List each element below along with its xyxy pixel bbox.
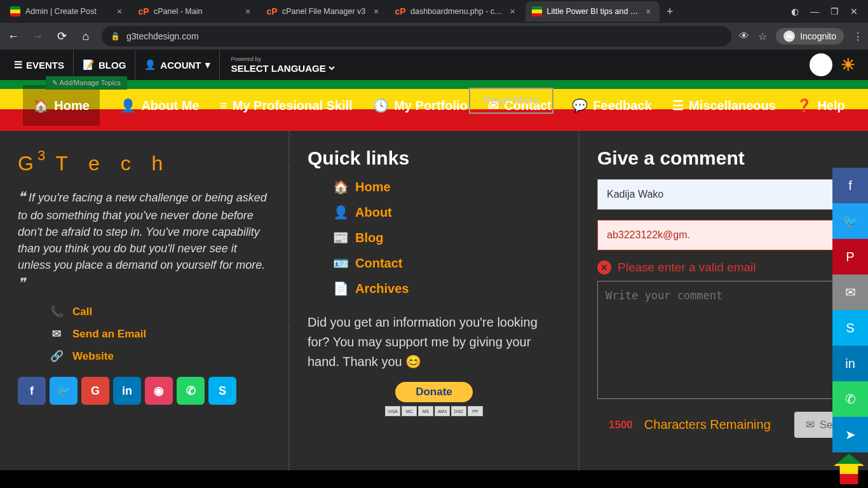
tab-label: dashboardmenu.php - c… (410, 7, 503, 16)
quote-open-icon: ❝ (18, 189, 25, 205)
new-tab-button[interactable]: + (661, 3, 679, 20)
url-text: g3techdesign.com (126, 31, 199, 41)
name-input[interactable] (597, 179, 850, 210)
twitter-button[interactable]: 🐦 (50, 377, 78, 405)
phone-icon: 📞 (50, 305, 64, 318)
browser-tab[interactable]: Admin | Create Post × (4, 1, 131, 22)
powered-by-label: Powered by (229, 56, 262, 62)
ql-home[interactable]: 🏠Home (333, 179, 560, 194)
nav-help[interactable]: ❓ Help (796, 98, 844, 113)
ql-about[interactable]: 👤About (333, 205, 560, 220)
browser-tab-active[interactable]: Little Power BI tips and … × (526, 1, 660, 22)
avatar[interactable] (810, 53, 832, 76)
close-window-icon[interactable]: ✕ (850, 6, 858, 17)
envelope-icon: ✉ (50, 327, 64, 341)
lock-icon: 🔒 (111, 32, 120, 41)
call-link[interactable]: 📞Call (50, 305, 271, 318)
account-menu[interactable]: 👤ACOUNT▾ (135, 50, 219, 80)
instagram-button[interactable]: ◉ (145, 377, 173, 405)
favicon-icon: cP (139, 6, 149, 17)
donate-button[interactable]: Donate (395, 382, 473, 402)
nav-misc[interactable]: ☰ Miscellaneous (672, 98, 776, 113)
error-x-icon: ✕ (597, 261, 611, 274)
browser-tab[interactable]: cP cPanel - Main × (132, 1, 259, 22)
brand-logo-text: G3 T e c h (18, 147, 271, 175)
skype-button[interactable]: S (208, 377, 236, 405)
nav-about[interactable]: 👤 About Me (120, 98, 199, 113)
card-maestro-icon: MS (418, 406, 433, 416)
email-input[interactable] (597, 220, 850, 250)
payment-cards: VISA MC MS AMX DSC PP (308, 406, 560, 416)
ql-archives[interactable]: 📄Archives (333, 281, 560, 296)
home-icon: 🏠 (333, 179, 349, 194)
address-bar[interactable]: 🔒 g3techdesign.com (102, 26, 731, 46)
tab-label: cPanel File Manager v3 (282, 7, 366, 16)
close-tab-icon[interactable]: × (114, 6, 125, 17)
back-button[interactable]: ← (5, 28, 22, 44)
ql-contact[interactable]: 🪪Contact (333, 255, 560, 271)
home-button[interactable]: ⌂ (78, 28, 94, 44)
share-pinterest[interactable]: P (832, 239, 868, 274)
blog-link[interactable]: 📝BLOG (74, 50, 135, 80)
email-error: ✕ Please enter a valid email (597, 261, 850, 274)
share-linkedin[interactable]: in (832, 346, 868, 381)
char-count: 1500 (609, 419, 633, 431)
google-button[interactable]: G (81, 377, 109, 405)
user-icon: 👤 (333, 205, 349, 220)
card-disc-icon: DSC (451, 406, 466, 416)
close-tab-icon[interactable]: × (243, 6, 253, 17)
nav-home[interactable]: 🏠 Home (23, 85, 100, 126)
linkedin-button[interactable]: in (113, 377, 141, 405)
browser-tab[interactable]: cP cPanel File Manager v3 × (261, 1, 388, 22)
ql-blog[interactable]: 📰Blog (333, 230, 560, 245)
share-email[interactable]: ✉ (832, 274, 868, 310)
minimize-icon[interactable]: — (810, 6, 819, 17)
tab-label: Little Power BI tips and … (547, 7, 639, 16)
maximize-icon[interactable]: ❐ (831, 6, 839, 17)
favicon-icon: cP (267, 6, 277, 17)
send-icon: ✉ (806, 418, 815, 431)
nav-portfolio[interactable]: 🕓 My Portfolio (373, 98, 468, 113)
file-icon: 📄 (333, 281, 349, 296)
theme-sun-icon[interactable]: ☀ (837, 55, 858, 75)
website-link[interactable]: 🔗Website (50, 349, 271, 363)
whatsapp-button[interactable]: ✆ (177, 377, 205, 405)
support-text: Did you get an information you're lookin… (308, 313, 560, 372)
language-select[interactable]: SELECT LANGUAGE (229, 62, 337, 74)
social-row: f 🐦 G in ◉ ✆ S (18, 377, 271, 405)
close-tab-icon[interactable]: × (508, 6, 518, 17)
nav-feedback[interactable]: 💬 Feedback (572, 98, 651, 113)
forward-button: → (29, 28, 46, 44)
close-tab-icon[interactable]: × (371, 6, 381, 17)
browser-tab[interactable]: cP dashboardmenu.php - c… × (389, 1, 524, 22)
comment-textarea[interactable] (597, 281, 850, 399)
window-controls: ◐ — ❐ ✕ (791, 6, 864, 17)
menu-icon[interactable]: ⋮ (853, 30, 863, 43)
events-link[interactable]: ☰EVENTS (5, 50, 74, 80)
close-tab-icon[interactable]: × (643, 6, 653, 17)
share-skype[interactable]: S (832, 310, 868, 346)
language-selector[interactable]: Powered by SELECT LANGUAGE (220, 50, 346, 80)
read-more-button[interactable]: Read More (469, 88, 553, 114)
share-facebook[interactable]: f (832, 168, 868, 203)
bookmark-star-icon[interactable]: ☆ (758, 30, 767, 43)
chars-remaining-label: Characters Remaining (644, 417, 771, 432)
tab-strip: Admin | Create Post × cP cPanel - Main ×… (0, 0, 868, 23)
share-twitter[interactable]: 🐦 (832, 203, 868, 239)
link-icon: 🔗 (50, 349, 64, 363)
card-mc-icon: MC (402, 406, 417, 416)
reload-button[interactable]: ⟳ (53, 28, 70, 44)
favicon-icon (532, 6, 542, 17)
share-whatsapp[interactable]: ✆ (832, 381, 868, 417)
nav-skill[interactable]: ≡ My Profesional Skill (220, 98, 353, 113)
share-telegram[interactable]: ➤ (832, 417, 868, 452)
list-icon: ☰ (14, 59, 22, 71)
eye-off-icon[interactable]: 👁 (739, 30, 749, 42)
manage-topics-badge[interactable]: ✎ Add/Manage Topics (46, 76, 127, 90)
email-link[interactable]: ✉Send an Email (50, 327, 271, 341)
facebook-button[interactable]: f (18, 377, 46, 405)
incognito-label: Incognito (800, 31, 836, 41)
favicon-icon: cP (395, 6, 405, 17)
ghost-icon[interactable]: ◐ (791, 6, 799, 17)
incognito-badge[interactable]: 🕶 Incognito (776, 28, 844, 44)
